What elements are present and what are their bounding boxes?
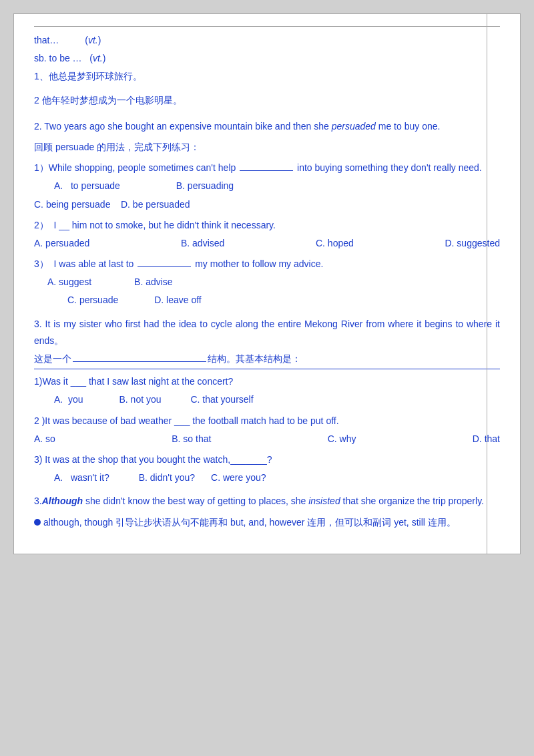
options-1cd: C. being persuade D. be persuaded bbox=[34, 196, 500, 213]
page-container: that… (vt.) sb. to be … (vt.) 1、他总是梦到环球旅… bbox=[13, 13, 521, 554]
exercise-q2: 2） I __ him not to smoke, but he didn't … bbox=[34, 217, 500, 234]
sub-options-3: A. wasn't it? B. didn't you? C. were you… bbox=[34, 469, 500, 486]
exercise-2-chinese: 2 他年轻时梦想成为一个电影明星。 bbox=[34, 92, 500, 109]
exercise-1-chinese: 1、他总是梦到环球旅行。 bbox=[34, 68, 500, 85]
sub-q1: 1)Was it ___ that I saw last night at th… bbox=[34, 373, 500, 390]
right-margin bbox=[487, 14, 520, 554]
line-that: that… (vt.) bbox=[34, 32, 500, 49]
options-3cd: C. persuade D. leave off bbox=[34, 292, 500, 309]
exercise-q1: 1）While shopping, people sometimes can't… bbox=[34, 160, 500, 176]
exercise-q3: 3） I was able at last to my mother to fo… bbox=[34, 256, 500, 272]
structure-label: 这是一个结构。其基本结构是： bbox=[34, 351, 500, 367]
sub-q2: 2 )It was because of bad weather ___ the… bbox=[34, 413, 500, 429]
sub-options-1: A. you B. not you C. that yourself bbox=[34, 391, 500, 408]
line-sb: sb. to be … (vt.) bbox=[34, 50, 500, 67]
sentence-2-english: 2. Two years ago she bought an expensive… bbox=[34, 118, 500, 135]
sentence-although: 3.Although she didn't know the best way … bbox=[34, 493, 500, 510]
sub-options-2: A. so B. so that C. why D. that bbox=[34, 431, 500, 447]
options-1ab: A. to persuade B. persuading bbox=[34, 178, 500, 194]
structure-underline bbox=[34, 369, 500, 369]
sub-q3: 3) It was at the shop that you bought th… bbox=[34, 451, 500, 468]
bullet-note: although, though 引导让步状语从句不能再和 but, and, … bbox=[34, 514, 500, 531]
review-instruction: 回顾 persuade 的用法，完成下列练习： bbox=[34, 139, 500, 156]
top-divider bbox=[34, 26, 500, 27]
options-3ab: A. suggest B. advise bbox=[34, 274, 500, 291]
sentence-3-english: 3. It is my sister who first had the ide… bbox=[34, 316, 500, 349]
bullet-icon bbox=[34, 519, 41, 526]
options-2abcd: A. persuaded B. advised C. hoped D. sugg… bbox=[34, 235, 500, 252]
